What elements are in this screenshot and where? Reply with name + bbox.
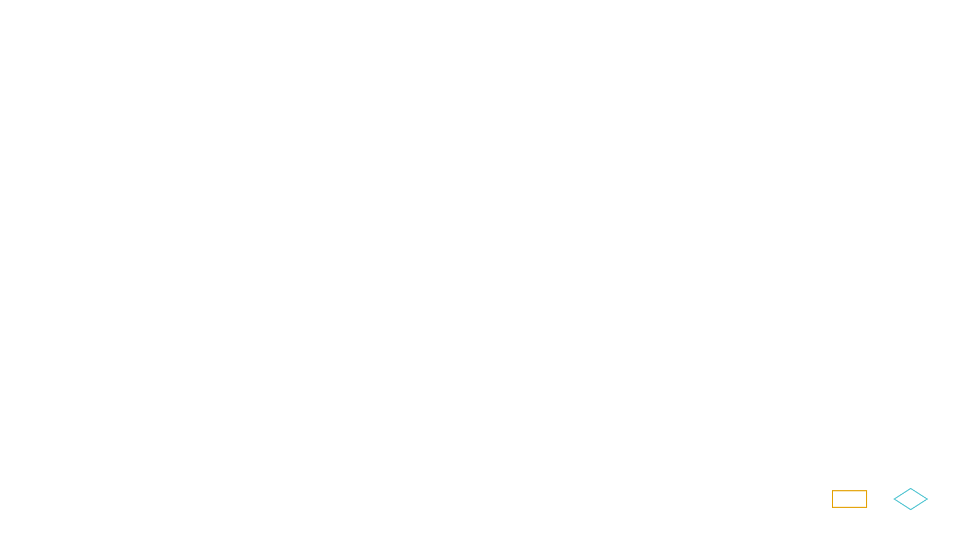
legend-page-symbol — [832, 490, 867, 508]
legend-decision-symbol — [893, 487, 928, 511]
svg-marker-0 — [894, 488, 927, 510]
legend — [832, 483, 933, 511]
